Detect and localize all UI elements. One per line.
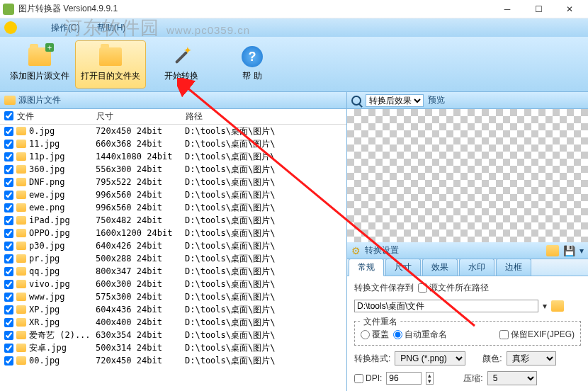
file-checkbox[interactable] bbox=[4, 191, 13, 200]
tab-border[interactable]: 边框 bbox=[496, 259, 531, 276]
file-row[interactable]: www.jpg575x300 24bitD:\tools\桌面\图片\ bbox=[0, 290, 346, 303]
color-select[interactable]: 真彩 bbox=[507, 351, 556, 366]
file-icon bbox=[16, 216, 26, 225]
preview-mode-select[interactable]: 转换后效果 bbox=[366, 94, 424, 107]
file-row[interactable]: 安卓.jpg500x314 24bitD:\tools\桌面\图片\ bbox=[0, 341, 346, 354]
file-size: 630x354 24bit bbox=[96, 330, 185, 340]
file-name: 360.jpg bbox=[29, 164, 96, 174]
file-path: D:\tools\桌面\图片\ bbox=[185, 164, 346, 176]
file-row[interactable]: 11.jpg660x368 24bitD:\tools\桌面\图片\ bbox=[0, 137, 346, 150]
file-icon bbox=[16, 242, 26, 250]
file-checkbox[interactable] bbox=[4, 178, 13, 187]
open-folder-icon[interactable] bbox=[546, 245, 559, 256]
file-size: 996x560 24bit bbox=[96, 203, 185, 212]
settings-title: 转换设置 bbox=[365, 244, 399, 256]
file-checkbox[interactable] bbox=[4, 356, 13, 366]
file-checkbox[interactable] bbox=[4, 229, 13, 238]
help-label: 帮 助 bbox=[242, 70, 261, 82]
toolbar: + 添加图片源文件 打开目的文件夹 开始转换 ? 帮 助 bbox=[0, 37, 588, 92]
file-list[interactable]: 0.jpg720x450 24bitD:\tools\桌面\图片\11.jpg6… bbox=[0, 125, 346, 391]
file-icon bbox=[16, 344, 26, 352]
spinner-icon[interactable]: ▴▾ bbox=[426, 372, 434, 385]
browse-folder-button[interactable] bbox=[551, 300, 564, 312]
file-row[interactable]: 360.jpg556x300 24bitD:\tools\桌面\图片\ bbox=[0, 163, 346, 176]
file-row[interactable]: XP.jpg604x436 24bitD:\tools\桌面\图片\ bbox=[0, 303, 346, 316]
tab-effect[interactable]: 效果 bbox=[422, 259, 458, 276]
auto-rename-radio[interactable]: 自动重命名 bbox=[393, 329, 447, 341]
tab-general[interactable]: 常规 bbox=[349, 259, 384, 276]
file-checkbox[interactable] bbox=[4, 140, 13, 149]
file-path: D:\tools\桌面\图片\ bbox=[185, 125, 346, 137]
file-row[interactable]: XR.jpg400x400 24bitD:\tools\桌面\图片\ bbox=[0, 316, 346, 329]
keep-exif-checkbox[interactable]: 保留EXIF(JPEG) bbox=[499, 329, 575, 341]
help-button[interactable]: ? 帮 助 bbox=[217, 40, 288, 89]
select-all-checkbox[interactable] bbox=[4, 111, 13, 120]
file-checkbox[interactable] bbox=[4, 254, 13, 264]
file-checkbox[interactable] bbox=[4, 305, 13, 314]
file-path: D:\tools\桌面\图片\ bbox=[185, 215, 346, 227]
file-size: 500x288 24bit bbox=[96, 254, 185, 264]
file-icon bbox=[16, 305, 26, 314]
file-checkbox[interactable] bbox=[4, 203, 13, 212]
file-row[interactable]: pr.jpg500x288 24bitD:\tools\桌面\图片\ bbox=[0, 252, 346, 265]
file-row[interactable]: 00.jpg720x450 24bitD:\tools\桌面\图片\ bbox=[0, 354, 346, 367]
file-row[interactable]: vivo.jpg600x300 24bitD:\tools\桌面\图片\ bbox=[0, 278, 346, 290]
file-name: XP.jpg bbox=[29, 305, 96, 314]
start-convert-button[interactable]: 开始转换 bbox=[146, 40, 217, 89]
file-checkbox[interactable] bbox=[4, 280, 13, 289]
file-row[interactable]: DNF.png795x522 24bitD:\tools\桌面\图片\ bbox=[0, 176, 346, 188]
col-file[interactable]: 文件 bbox=[17, 110, 96, 123]
overwrite-radio[interactable]: 覆盖 bbox=[361, 329, 389, 341]
close-button[interactable]: ✕ bbox=[554, 0, 585, 18]
file-icon bbox=[16, 191, 26, 199]
save-icon[interactable]: 💾 bbox=[563, 245, 575, 256]
file-row[interactable]: 11p.jpg1440x1080 24bitD:\tools\桌面\图片\ bbox=[0, 150, 346, 163]
file-name: pr.jpg bbox=[29, 254, 96, 264]
tab-watermark[interactable]: 水印 bbox=[459, 259, 494, 276]
file-checkbox[interactable] bbox=[4, 242, 13, 251]
file-row[interactable]: 0.jpg720x450 24bitD:\tools\桌面\图片\ bbox=[0, 125, 346, 137]
col-path[interactable]: 路径 bbox=[186, 110, 346, 123]
file-row[interactable]: qq.jpg800x347 24bitD:\tools\桌面\图片\ bbox=[0, 265, 346, 278]
file-name: qq.jpg bbox=[29, 266, 96, 276]
menu-help[interactable]: 帮助(H) bbox=[89, 22, 135, 34]
file-checkbox[interactable] bbox=[4, 127, 13, 136]
col-size[interactable]: 尺寸 bbox=[96, 110, 186, 123]
file-checkbox[interactable] bbox=[4, 318, 13, 327]
file-row[interactable]: 爱奇艺 (2)...630x354 24bitD:\tools\桌面\图片\ bbox=[0, 329, 346, 341]
path-dropdown-icon[interactable]: ▾ bbox=[543, 301, 547, 311]
file-checkbox[interactable] bbox=[4, 165, 13, 174]
maximize-button[interactable]: ☐ bbox=[523, 0, 554, 18]
file-row[interactable]: p30.jpg640x426 24bitD:\tools\桌面\图片\ bbox=[0, 239, 346, 252]
file-icon bbox=[16, 254, 26, 263]
menu-operate[interactable]: 操作(C) bbox=[43, 22, 89, 34]
file-icon bbox=[16, 152, 26, 161]
compress-select[interactable]: 5 bbox=[487, 371, 537, 385]
dpi-input[interactable] bbox=[386, 372, 422, 385]
preview-label: 预览 bbox=[428, 94, 445, 106]
file-row[interactable]: ewe.png996x560 24bitD:\tools\桌面\图片\ bbox=[0, 201, 346, 214]
file-row[interactable]: OPPO.jpg1600x1200 24bitD:\tools\桌面\图片\ bbox=[0, 227, 346, 239]
file-path: D:\tools\桌面\图片\ bbox=[185, 291, 346, 303]
file-name: 0.jpg bbox=[29, 126, 96, 136]
minimize-button[interactable]: ─ bbox=[492, 0, 523, 18]
file-checkbox[interactable] bbox=[4, 293, 13, 302]
file-checkbox[interactable] bbox=[4, 331, 13, 340]
file-row[interactable]: iPad.jpg750x482 24bitD:\tools\桌面\图片\ bbox=[0, 214, 346, 227]
add-source-button[interactable]: + 添加图片源文件 bbox=[4, 40, 75, 89]
chevron-down-icon[interactable]: ▾ bbox=[579, 246, 584, 256]
dpi-checkbox[interactable]: DPI: bbox=[354, 373, 382, 383]
file-checkbox[interactable] bbox=[4, 267, 13, 276]
format-select[interactable]: PNG (*.png) bbox=[395, 351, 465, 366]
file-path: D:\tools\桌面\图片\ bbox=[185, 202, 346, 214]
file-checkbox[interactable] bbox=[4, 344, 13, 353]
file-icon bbox=[16, 331, 26, 339]
file-checkbox[interactable] bbox=[4, 216, 13, 225]
file-checkbox[interactable] bbox=[4, 152, 13, 162]
open-target-button[interactable]: 打开目的文件夹 bbox=[75, 40, 146, 89]
tab-size[interactable]: 尺寸 bbox=[385, 259, 421, 276]
open-target-label: 打开目的文件夹 bbox=[81, 70, 140, 82]
file-row[interactable]: ewe.jpg996x560 24bitD:\tools\桌面\图片\ bbox=[0, 188, 346, 201]
source-path-checkbox[interactable]: 源文件所在路径 bbox=[418, 282, 489, 294]
save-path-input[interactable] bbox=[354, 300, 538, 312]
